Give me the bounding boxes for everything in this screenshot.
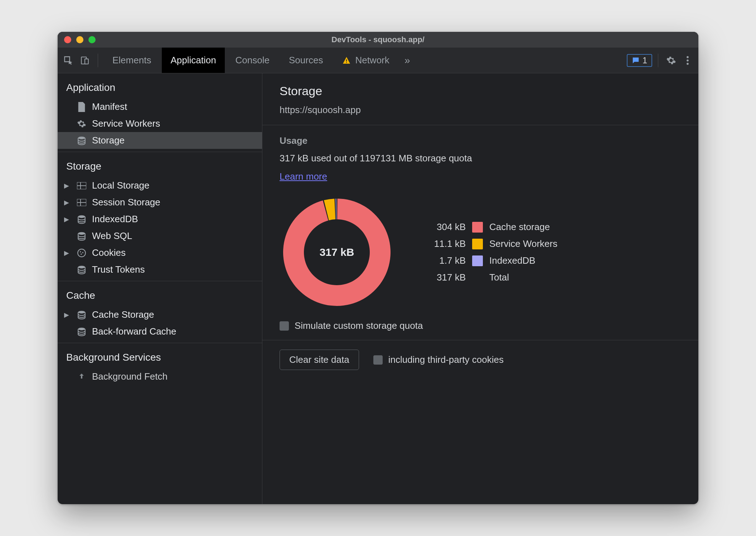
usage-summary: 317 kB used out of 1197131 MB storage qu… [280,153,681,164]
donut-center-label: 317 kB [280,195,394,310]
caret-icon: ▶ [64,215,69,223]
sidebar-item-cache-storage[interactable]: ▶ Cache Storage [58,306,262,323]
inspect-element-icon[interactable] [61,53,76,68]
titlebar: DevTools - squoosh.app/ [58,32,698,48]
tab-elements[interactable]: Elements [104,48,160,73]
sidebar-item-background-fetch[interactable]: Background Fetch [58,368,262,385]
table-icon [76,180,87,191]
legend-label-total: Total [489,272,557,283]
sidebar-heading-application: Application [58,80,262,98]
svg-point-17 [80,251,81,252]
window-title: DevTools - squoosh.app/ [58,35,698,44]
window-controls [64,36,96,43]
usage-donut-chart: 317 kB [280,195,394,310]
legend-swatch-sw [472,239,483,249]
close-window-button[interactable] [64,36,71,43]
panel-origin: https://squoosh.app [280,104,681,116]
tabbar-divider [98,54,98,67]
upload-icon [76,371,87,382]
simulate-quota-row: Simulate custom storage quota [280,320,681,331]
tab-sources[interactable]: Sources [280,48,331,73]
issues-count: 1 [643,55,647,65]
minimize-window-button[interactable] [76,36,83,43]
content-area: Application Manifest Service Workers Sto… [58,73,698,504]
actions-row: Clear site data including third-party co… [262,340,698,379]
panel-title: Storage [280,84,681,98]
third-party-checkbox[interactable] [373,355,383,365]
sidebar-item-label: IndexedDB [92,214,138,225]
kebab-menu-icon[interactable] [680,53,695,68]
storage-panel: Storage https://squoosh.app Usage 317 kB… [262,73,698,504]
sidebar-item-cookies[interactable]: ▶ Cookies [58,244,262,261]
simulate-quota-label: Simulate custom storage quota [295,320,423,331]
svg-point-22 [78,327,85,330]
database-icon [76,264,87,275]
sidebar-item-label: Back-forward Cache [92,326,176,337]
application-sidebar: Application Manifest Service Workers Sto… [58,73,262,504]
sidebar-item-bf-cache[interactable]: Back-forward Cache [58,323,262,340]
sidebar-item-manifest[interactable]: Manifest [58,98,262,115]
sidebar-item-label: Web SQL [92,230,132,242]
database-icon [76,326,87,337]
sidebar-item-indexeddb[interactable]: ▶ IndexedDB [58,211,262,228]
sidebar-item-label: Trust Tokens [92,264,145,275]
legend-size-total: 317 kB [426,272,466,283]
sidebar-section-background: Background Services Background Fetch [58,343,262,388]
usage-heading: Usage [280,135,681,146]
svg-rect-1 [85,59,88,64]
sidebar-item-label: Manifest [92,101,127,112]
table-icon [76,197,87,208]
sidebar-item-label: Cookies [92,247,126,258]
tab-network-label: Network [355,55,389,66]
svg-point-4 [687,56,689,58]
sidebar-item-label: Session Storage [92,197,160,208]
usage-chart-row: 317 kB 304 kB Cache storage 11.1 kB Serv… [280,195,681,310]
database-icon [76,214,87,225]
manifest-icon [76,102,87,112]
devtools-tabbar: Elements Application Console Sources Net… [58,48,698,73]
issues-badge[interactable]: 1 [627,54,652,67]
svg-point-19 [81,253,82,254]
sidebar-item-storage[interactable]: Storage [58,132,262,149]
tab-network[interactable]: Network [334,48,398,73]
more-tabs-icon[interactable]: » [400,53,415,68]
simulate-quota-checkbox[interactable] [280,321,289,331]
sidebar-item-local-storage[interactable]: ▶ Local Storage [58,177,262,194]
issues-icon [632,57,640,64]
tabbar-divider-right [658,54,658,67]
sidebar-item-trust-tokens[interactable]: Trust Tokens [58,261,262,278]
sidebar-item-label: Service Workers [92,118,160,129]
device-toolbar-icon[interactable] [78,53,92,68]
svg-point-20 [78,265,85,268]
svg-point-5 [687,59,689,62]
sidebar-section-application: Application Manifest Service Workers Sto… [58,73,262,152]
usage-legend: 304 kB Cache storage 11.1 kB Service Wor… [426,221,557,283]
legend-swatch-idb [472,255,483,266]
legend-label-sw: Service Workers [489,238,557,249]
warning-icon [342,56,351,65]
caret-icon: ▶ [64,182,69,190]
learn-more-link[interactable]: Learn more [280,171,327,182]
legend-size-sw: 11.1 kB [426,238,466,249]
zoom-window-button[interactable] [88,36,96,43]
sidebar-item-web-sql[interactable]: Web SQL [58,228,262,244]
sidebar-heading-storage: Storage [58,159,262,177]
sidebar-section-cache: Cache ▶ Cache Storage Back-forward Cache [58,281,262,343]
tab-application[interactable]: Application [162,48,224,73]
settings-icon[interactable] [664,53,678,68]
sidebar-heading-background: Background Services [58,350,262,368]
svg-point-14 [78,215,85,218]
third-party-label: including third-party cookies [388,354,504,365]
panel-header: Storage https://squoosh.app [262,73,698,125]
sidebar-item-label: Cache Storage [92,309,154,320]
sidebar-item-label: Background Fetch [92,371,168,382]
svg-point-6 [687,63,689,65]
svg-point-7 [78,136,85,139]
sidebar-item-service-workers[interactable]: Service Workers [58,115,262,132]
usage-section: Usage 317 kB used out of 1197131 MB stor… [262,125,698,340]
database-icon [76,231,87,242]
sidebar-item-session-storage[interactable]: ▶ Session Storage [58,194,262,211]
clear-site-data-button[interactable]: Clear site data [280,350,359,370]
svg-point-16 [78,249,86,257]
tab-console[interactable]: Console [227,48,278,73]
